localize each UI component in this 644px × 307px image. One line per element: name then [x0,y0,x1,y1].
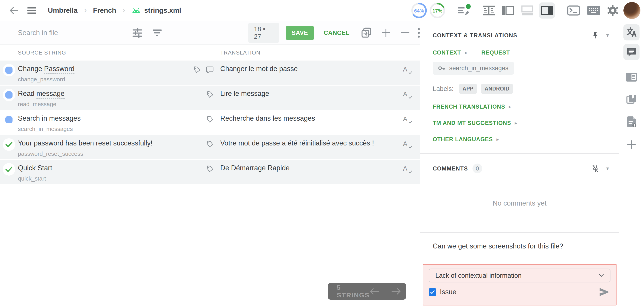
translation-header: TRANSLATION [220,50,399,56]
unpin-icon[interactable] [592,165,598,172]
view-leftpanel-icon[interactable] [501,4,515,17]
translation-text: Recherche dans les messages [220,110,399,123]
breadcrumb-language[interactable]: French [93,6,116,14]
collapse-caret-icon[interactable]: ▾ [606,33,609,38]
chevron-right-icon: ▸ [496,137,499,142]
pin-icon[interactable] [592,31,598,39]
source-string: Search in messages [18,110,197,123]
send-comment-icon[interactable] [599,287,610,297]
glossary-icon[interactable] [624,91,640,107]
progress-ring: 17% [429,2,446,19]
tag-icon[interactable] [206,165,214,173]
tag-icon[interactable] [206,91,214,98]
status-cell [0,86,18,110]
approved-check-icon [3,163,15,176]
chevron-right-icon: ▸ [509,104,511,109]
context-card-icon[interactable] [624,69,640,85]
more-options-icon[interactable] [418,28,420,38]
next-page-icon[interactable] [391,288,401,295]
svg-text:17%: 17% [432,8,442,14]
table-row[interactable]: Quick Startquick_startDe Démarrage Rapid… [0,160,420,185]
save-button[interactable]: SAVE [286,26,314,40]
view-bottompanel-icon[interactable] [520,4,534,17]
string-key: read_message [18,98,197,108]
translation-text: Lire le message [220,86,399,98]
add-panel-icon[interactable] [624,137,640,153]
filter-settings-icon[interactable] [132,28,142,38]
cancel-button[interactable]: CANCEL [322,29,351,37]
filter-icon[interactable] [152,28,162,37]
approve-icon[interactable]: A [403,165,410,174]
search-input[interactable]: Search in file [18,29,112,37]
strings-toolbar: Search in file 18 • 27 SAVE CANCEL [0,21,420,45]
translations-tab-icon[interactable] [624,24,640,40]
string-position-counter: 18 • 27 [248,23,279,43]
section-link-french-translations[interactable]: FRENCH TRANSLATIONS▸ [420,103,619,110]
section-link-other-languages[interactable]: OTHER LANGUAGES▸ [420,136,619,143]
view-sidebyside-icon[interactable] [482,4,496,17]
plus-icon[interactable] [381,28,391,37]
comments-title: COMMENTS [433,165,468,172]
table-row[interactable]: Search in messagessearch_in_messagesRech… [0,110,420,135]
translation-text: Changer le mot de passe [220,61,399,73]
collapse-caret-icon[interactable]: ▾ [606,166,609,171]
table-row[interactable]: Your password has been reset successfull… [0,135,420,160]
status-cell [0,135,18,159]
chevron-right-icon: ▸ [515,121,517,126]
console-icon[interactable] [567,5,580,16]
settings-gear-icon[interactable] [607,5,618,16]
file-info-icon[interactable] [624,114,640,130]
source-string-header: SOURCE STRING [18,50,197,56]
strings-count: 5 STRINGS [337,284,370,299]
breadcrumb-project[interactable]: Umbrella [48,6,78,14]
tasks-icon[interactable] [457,4,471,17]
approve-icon[interactable]: A [403,115,410,124]
comment-input[interactable]: Can we get some screenshots for this fil… [420,233,619,250]
approve-icon[interactable]: A [403,140,410,149]
issue-type-select[interactable]: Lack of contextual information [429,269,610,283]
tag-icon[interactable] [194,66,200,73]
issue-checkbox[interactable] [429,288,436,296]
progress-ring: 64% [410,2,428,19]
view-rightpanel-icon[interactable] [539,2,555,18]
side-rail [619,21,644,307]
label-chip: APP [459,84,477,94]
context-panel-header: CONTEXT & TRANSLATIONS ▾ [420,21,619,39]
tag-icon[interactable] [206,116,214,123]
approve-icon[interactable]: A [403,66,410,75]
comments-tab-icon[interactable] [624,44,640,60]
strings-pager: 5 STRINGS [328,283,406,300]
comment-icon[interactable] [206,66,214,73]
comments-count-badge: 0 [472,164,482,173]
avatar[interactable] [624,2,640,19]
translated-status-icon [3,89,15,101]
translation-text: Votre mot de passe a été réinitialisé av… [220,135,399,148]
tag-icon[interactable] [206,141,214,148]
copy-source-icon[interactable] [361,27,372,38]
label-chip: ANDROID [481,84,513,94]
string-key: search_in_messages [18,123,197,132]
strings-panel: Search in file 18 • 27 SAVE CANCEL [0,21,420,307]
table-row[interactable]: Read messageread_messageLire le messageA [0,86,420,110]
main: Search in file 18 • 27 SAVE CANCEL [0,21,644,307]
table-header: SOURCE STRING TRANSLATION [0,45,420,61]
status-cell [0,61,18,85]
menu-icon[interactable] [27,7,36,14]
tab-context[interactable]: CONTEXT [433,49,461,56]
minus-icon[interactable] [400,28,410,37]
string-key-chip[interactable]: search_in_messages [433,62,514,75]
tab-request[interactable]: REQUEST [482,49,510,56]
chevron-right-icon: ▸ [465,50,467,55]
previous-page-icon[interactable] [370,288,380,295]
status-cell [0,160,18,184]
keyboard-icon[interactable] [587,6,600,15]
breadcrumb-file[interactable]: strings.xml [144,6,181,14]
context-panel-title: CONTEXT & TRANSLATIONS [433,32,517,39]
chevron-down-icon [599,274,604,277]
comments-empty-text: No comments yet [420,199,619,207]
approve-icon[interactable]: A [403,90,410,99]
issue-row: Issue [429,287,610,297]
table-row[interactable]: Change Passwordchange_passwordChanger le… [0,61,420,86]
section-link-tm-and-mt-suggestions[interactable]: TM AND MT SUGGESTIONS▸ [420,120,619,126]
back-icon[interactable] [9,6,19,14]
